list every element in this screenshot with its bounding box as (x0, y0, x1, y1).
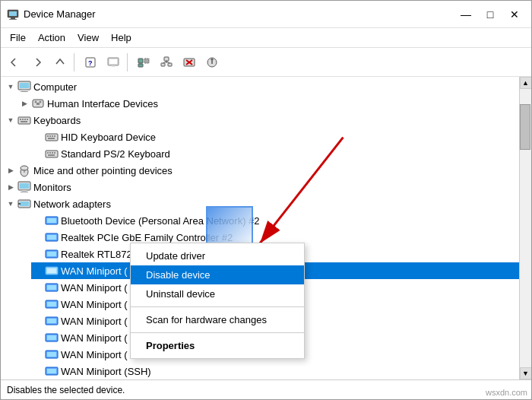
tree-label-keyboards: Keyboards (33, 115, 81, 126)
svg-rect-35 (27, 119, 28, 120)
expand-network[interactable]: ▼ (4, 197, 17, 211)
hid-icon (31, 97, 45, 110)
wan2-icon (45, 281, 59, 294)
svg-rect-31 (18, 117, 30, 124)
scroll-down-button[interactable]: ▼ (520, 367, 532, 379)
svg-rect-12 (164, 57, 169, 61)
tree-label-wan7: WAN Miniport (SSH) (61, 366, 151, 377)
tree-label-wan6: WAN Miniport ( (61, 349, 128, 360)
svg-point-29 (40, 101, 42, 103)
svg-rect-47 (54, 152, 55, 154)
tree-item-computer[interactable]: ▼ Computer (4, 78, 519, 95)
delete-button[interactable] (179, 52, 200, 73)
tree-label-wan2: WAN Miniport ( (61, 282, 128, 294)
close-button[interactable]: ✕ (504, 6, 525, 23)
tree-label-mice: Mice and other pointing devices (33, 165, 173, 176)
wan1-icon (45, 264, 59, 278)
tree-item-network[interactable]: ▼ Network adapters (4, 195, 519, 212)
toolbar-separator-2 (127, 53, 130, 71)
svg-rect-48 (48, 154, 55, 156)
expand-hid[interactable]: ▶ (17, 97, 31, 110)
expand-keyboards[interactable]: ▼ (4, 113, 17, 127)
status-bar: Disables the selected device. wsxdn.com (1, 379, 531, 399)
menu-file[interactable]: File (4, 30, 32, 45)
svg-rect-24 (20, 83, 29, 88)
maximize-button[interactable]: □ (480, 6, 501, 23)
svg-rect-9 (138, 59, 143, 63)
minimize-button[interactable]: — (455, 6, 477, 23)
menu-action[interactable]: Action (32, 30, 71, 45)
svg-text:?: ? (88, 59, 93, 67)
tree-label-network: Network adapters (33, 198, 111, 210)
svg-rect-14 (168, 63, 172, 66)
svg-rect-7 (109, 59, 117, 64)
tree-label-bluetooth: Bluetooth Device (Personal Area Network)… (61, 215, 260, 227)
forward-button[interactable] (27, 52, 48, 73)
tree-area[interactable]: ▼ Computer ▶ Human Interface Devices ▼ (1, 77, 519, 379)
hid-keyboard-icon (45, 130, 59, 144)
keyboards-icon (17, 113, 31, 127)
menu-view[interactable]: View (71, 30, 105, 45)
ctx-scan-hardware[interactable]: Scan for hardware changes (131, 310, 304, 329)
scroll-track[interactable] (520, 89, 531, 367)
svg-rect-10 (144, 59, 149, 63)
status-text: Disables the selected device. (7, 385, 125, 395)
scroll-thumb[interactable] (520, 104, 530, 150)
svg-rect-72 (47, 319, 56, 323)
ctx-disable-device[interactable]: Disable device (131, 265, 304, 284)
svg-rect-44 (47, 152, 49, 154)
tree-item-mice[interactable]: ▶ Mice and other pointing devices (4, 162, 519, 179)
svg-rect-58 (18, 203, 21, 205)
tree-item-hid-keyboard[interactable]: ▶ HID Keyboard Device (31, 129, 519, 145)
tree-label-monitors: Monitors (33, 182, 71, 193)
wan4-icon (45, 314, 59, 328)
svg-rect-70 (47, 302, 56, 306)
toolbar-separator-1 (74, 53, 77, 71)
main-content: ▼ Computer ▶ Human Interface Devices ▼ (1, 77, 531, 379)
properties-button[interactable]: ? (80, 52, 101, 73)
expand-computer[interactable]: ▼ (4, 80, 17, 94)
svg-rect-38 (47, 135, 49, 137)
svg-rect-68 (47, 285, 56, 290)
svg-rect-64 (47, 252, 56, 256)
svg-rect-36 (21, 121, 27, 122)
tree-item-wan7[interactable]: ▶ WAN Miniport (SSH) (31, 363, 519, 379)
ctx-separator-2 (131, 332, 304, 333)
tree-item-ps2-keyboard[interactable]: ▶ Standard PS/2 Keyboard (31, 145, 519, 162)
ctx-separator-1 (131, 306, 304, 307)
tree-item-hid[interactable]: ▶ Human Interface Devices (17, 95, 519, 112)
tree-item-keyboards[interactable]: ▼ Keyboards (4, 112, 519, 129)
title-bar-left: Device Manager (7, 8, 96, 21)
tree-item-bluetooth[interactable]: ▶ Bluetooth Device (Personal Area Networ… (31, 212, 519, 229)
ctx-uninstall-device[interactable]: Uninstall device (131, 284, 304, 303)
update-driver-toolbar-button[interactable] (201, 52, 223, 73)
ctx-update-driver[interactable]: Update driver (131, 246, 304, 265)
scrollbar[interactable]: ▲ ▼ (519, 77, 531, 379)
tree-label-ps2-keyboard: Standard PS/2 Keyboard (61, 148, 170, 160)
menu-help[interactable]: Help (105, 30, 138, 45)
expand-monitors[interactable]: ▶ (4, 180, 17, 194)
expand-mice[interactable]: ▶ (4, 163, 17, 177)
realtek-wifi-icon (45, 247, 59, 261)
ps2-keyboard-icon (45, 147, 59, 160)
up-button[interactable] (49, 52, 71, 73)
show-hidden-button[interactable] (133, 52, 154, 73)
svg-rect-34 (24, 119, 26, 120)
network-button[interactable] (156, 52, 177, 73)
back-button[interactable] (4, 52, 25, 73)
wan6-icon (45, 348, 59, 361)
help-button[interactable] (103, 52, 124, 73)
svg-rect-62 (47, 235, 56, 240)
wan7-icon (45, 364, 59, 378)
tree-label-wan4: WAN Miniport ( (61, 316, 128, 327)
svg-rect-46 (52, 152, 53, 154)
tree-item-monitors[interactable]: ▶ Monitors (4, 179, 519, 195)
svg-rect-53 (20, 183, 29, 189)
svg-rect-45 (49, 152, 51, 154)
scroll-up-button[interactable]: ▲ (520, 77, 532, 89)
svg-rect-57 (20, 202, 29, 206)
ctx-properties[interactable]: Properties (131, 336, 304, 355)
device-manager-icon (7, 8, 19, 21)
title-text: Device Manager (24, 8, 96, 20)
svg-point-28 (35, 101, 37, 103)
